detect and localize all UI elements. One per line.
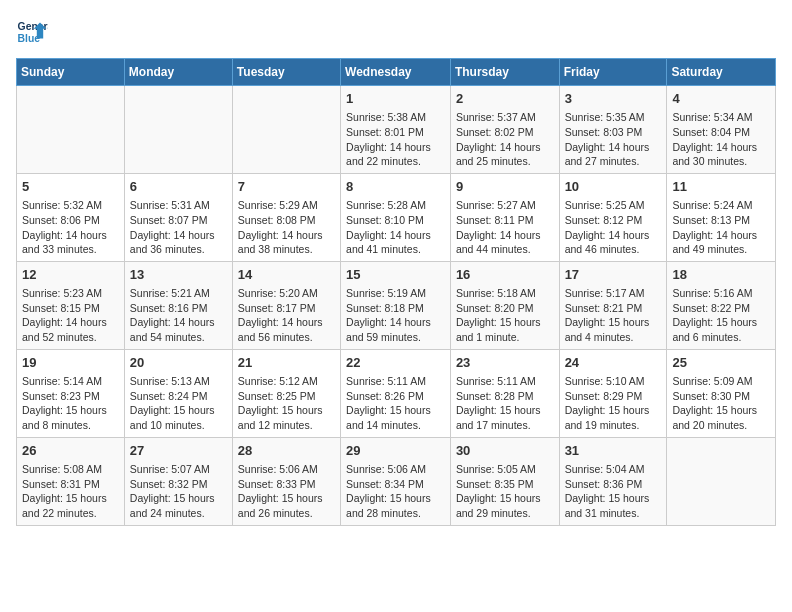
cell-info: and 17 minutes. xyxy=(456,418,554,433)
calendar-cell: 19Sunrise: 5:14 AMSunset: 8:23 PMDayligh… xyxy=(17,349,125,437)
calendar-cell: 14Sunrise: 5:20 AMSunset: 8:17 PMDayligh… xyxy=(232,261,340,349)
calendar-cell: 27Sunrise: 5:07 AMSunset: 8:32 PMDayligh… xyxy=(124,437,232,525)
cell-info: Sunset: 8:20 PM xyxy=(456,301,554,316)
cell-info: Daylight: 14 hours xyxy=(130,315,227,330)
cell-info: Sunrise: 5:16 AM xyxy=(672,286,770,301)
cell-info: and 33 minutes. xyxy=(22,242,119,257)
calendar-cell: 25Sunrise: 5:09 AMSunset: 8:30 PMDayligh… xyxy=(667,349,776,437)
cell-info: and 29 minutes. xyxy=(456,506,554,521)
cell-info: Sunset: 8:36 PM xyxy=(565,477,662,492)
cell-info: Daylight: 14 hours xyxy=(130,228,227,243)
cell-info: Daylight: 15 hours xyxy=(22,403,119,418)
cell-info: and 22 minutes. xyxy=(346,154,445,169)
day-number: 28 xyxy=(238,442,335,460)
cell-info: Sunset: 8:07 PM xyxy=(130,213,227,228)
calendar-cell: 13Sunrise: 5:21 AMSunset: 8:16 PMDayligh… xyxy=(124,261,232,349)
calendar-cell: 8Sunrise: 5:28 AMSunset: 8:10 PMDaylight… xyxy=(341,173,451,261)
cell-info: Sunrise: 5:34 AM xyxy=(672,110,770,125)
cell-info: Daylight: 14 hours xyxy=(456,140,554,155)
calendar-cell: 20Sunrise: 5:13 AMSunset: 8:24 PMDayligh… xyxy=(124,349,232,437)
cell-info: and 44 minutes. xyxy=(456,242,554,257)
cell-info: Daylight: 14 hours xyxy=(672,140,770,155)
calendar-cell: 3Sunrise: 5:35 AMSunset: 8:03 PMDaylight… xyxy=(559,86,667,174)
cell-info: Sunrise: 5:06 AM xyxy=(346,462,445,477)
calendar-cell: 24Sunrise: 5:10 AMSunset: 8:29 PMDayligh… xyxy=(559,349,667,437)
calendar-cell: 18Sunrise: 5:16 AMSunset: 8:22 PMDayligh… xyxy=(667,261,776,349)
cell-info: Sunrise: 5:04 AM xyxy=(565,462,662,477)
cell-info: Sunset: 8:29 PM xyxy=(565,389,662,404)
cell-info: Sunrise: 5:08 AM xyxy=(22,462,119,477)
calendar-week-row: 1Sunrise: 5:38 AMSunset: 8:01 PMDaylight… xyxy=(17,86,776,174)
cell-info: Sunrise: 5:21 AM xyxy=(130,286,227,301)
cell-info: Sunrise: 5:09 AM xyxy=(672,374,770,389)
weekday-header: Wednesday xyxy=(341,59,451,86)
calendar-cell: 17Sunrise: 5:17 AMSunset: 8:21 PMDayligh… xyxy=(559,261,667,349)
cell-info: Sunset: 8:28 PM xyxy=(456,389,554,404)
cell-info: Daylight: 14 hours xyxy=(22,315,119,330)
cell-info: and 22 minutes. xyxy=(22,506,119,521)
cell-info: Daylight: 15 hours xyxy=(456,315,554,330)
calendar-cell: 15Sunrise: 5:19 AMSunset: 8:18 PMDayligh… xyxy=(341,261,451,349)
day-number: 19 xyxy=(22,354,119,372)
day-number: 29 xyxy=(346,442,445,460)
day-number: 1 xyxy=(346,90,445,108)
cell-info: Sunset: 8:06 PM xyxy=(22,213,119,228)
calendar-cell xyxy=(667,437,776,525)
calendar-cell: 22Sunrise: 5:11 AMSunset: 8:26 PMDayligh… xyxy=(341,349,451,437)
cell-info: and 10 minutes. xyxy=(130,418,227,433)
cell-info: and 36 minutes. xyxy=(130,242,227,257)
calendar-cell: 11Sunrise: 5:24 AMSunset: 8:13 PMDayligh… xyxy=(667,173,776,261)
day-number: 2 xyxy=(456,90,554,108)
cell-info: Daylight: 14 hours xyxy=(346,315,445,330)
cell-info: Daylight: 15 hours xyxy=(456,403,554,418)
day-number: 6 xyxy=(130,178,227,196)
cell-info: Daylight: 15 hours xyxy=(565,315,662,330)
page-header: General Blue xyxy=(16,16,776,48)
cell-info: Sunrise: 5:23 AM xyxy=(22,286,119,301)
weekday-header: Thursday xyxy=(450,59,559,86)
cell-info: Daylight: 15 hours xyxy=(565,491,662,506)
calendar-header-row: SundayMondayTuesdayWednesdayThursdayFrid… xyxy=(17,59,776,86)
weekday-header: Tuesday xyxy=(232,59,340,86)
day-number: 14 xyxy=(238,266,335,284)
cell-info: and 12 minutes. xyxy=(238,418,335,433)
cell-info: Sunset: 8:16 PM xyxy=(130,301,227,316)
cell-info: Sunrise: 5:11 AM xyxy=(346,374,445,389)
cell-info: Sunset: 8:11 PM xyxy=(456,213,554,228)
calendar-cell: 5Sunrise: 5:32 AMSunset: 8:06 PMDaylight… xyxy=(17,173,125,261)
cell-info: and 20 minutes. xyxy=(672,418,770,433)
day-number: 18 xyxy=(672,266,770,284)
calendar-cell: 9Sunrise: 5:27 AMSunset: 8:11 PMDaylight… xyxy=(450,173,559,261)
cell-info: and 14 minutes. xyxy=(346,418,445,433)
calendar-week-row: 12Sunrise: 5:23 AMSunset: 8:15 PMDayligh… xyxy=(17,261,776,349)
day-number: 23 xyxy=(456,354,554,372)
cell-info: Daylight: 14 hours xyxy=(456,228,554,243)
cell-info: Sunset: 8:22 PM xyxy=(672,301,770,316)
cell-info: and 46 minutes. xyxy=(565,242,662,257)
cell-info: Sunset: 8:03 PM xyxy=(565,125,662,140)
calendar-cell: 28Sunrise: 5:06 AMSunset: 8:33 PMDayligh… xyxy=(232,437,340,525)
cell-info: Daylight: 15 hours xyxy=(238,403,335,418)
cell-info: and 25 minutes. xyxy=(456,154,554,169)
cell-info: and 26 minutes. xyxy=(238,506,335,521)
day-number: 11 xyxy=(672,178,770,196)
calendar-cell: 10Sunrise: 5:25 AMSunset: 8:12 PMDayligh… xyxy=(559,173,667,261)
day-number: 4 xyxy=(672,90,770,108)
cell-info: Sunrise: 5:10 AM xyxy=(565,374,662,389)
cell-info: Sunrise: 5:19 AM xyxy=(346,286,445,301)
day-number: 5 xyxy=(22,178,119,196)
cell-info: and 1 minute. xyxy=(456,330,554,345)
cell-info: Sunset: 8:30 PM xyxy=(672,389,770,404)
cell-info: Sunset: 8:10 PM xyxy=(346,213,445,228)
logo: General Blue xyxy=(16,16,48,48)
cell-info: Sunrise: 5:06 AM xyxy=(238,462,335,477)
day-number: 31 xyxy=(565,442,662,460)
calendar-cell: 1Sunrise: 5:38 AMSunset: 8:01 PMDaylight… xyxy=(341,86,451,174)
cell-info: Sunrise: 5:27 AM xyxy=(456,198,554,213)
cell-info: Sunset: 8:17 PM xyxy=(238,301,335,316)
cell-info: and 19 minutes. xyxy=(565,418,662,433)
cell-info: Sunrise: 5:31 AM xyxy=(130,198,227,213)
day-number: 15 xyxy=(346,266,445,284)
calendar-week-row: 26Sunrise: 5:08 AMSunset: 8:31 PMDayligh… xyxy=(17,437,776,525)
calendar-cell xyxy=(232,86,340,174)
